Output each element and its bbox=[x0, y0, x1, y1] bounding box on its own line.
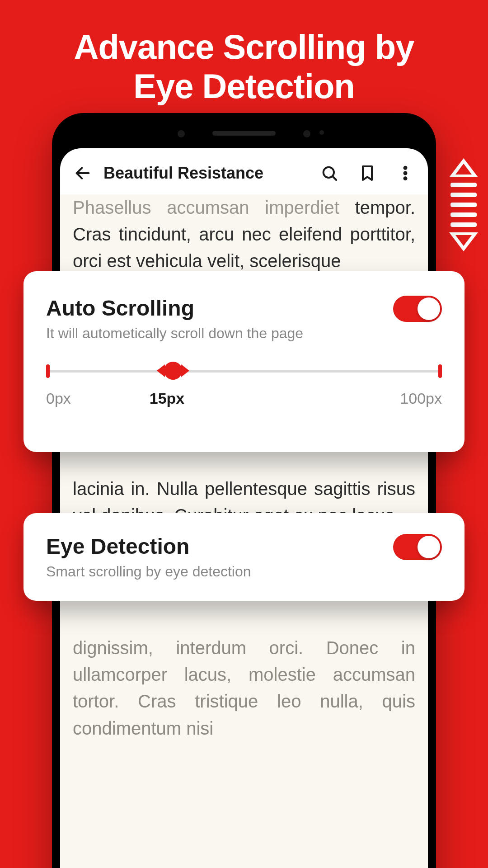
svg-point-4 bbox=[404, 171, 407, 175]
eye-detection-toggle[interactable] bbox=[393, 534, 442, 560]
scroll-speed-slider[interactable]: 0px 15px 100px bbox=[46, 370, 442, 407]
hero-title: Advance Scrolling by Eye Detection bbox=[0, 0, 488, 106]
screen: Beautiful Resistance Phasellus accumsan … bbox=[60, 148, 428, 868]
phone-mock: Beautiful Resistance Phasellus accumsan … bbox=[52, 113, 436, 868]
chevron-up-icon bbox=[449, 158, 478, 177]
auto-scrolling-title: Auto Scrolling bbox=[46, 296, 303, 321]
speaker-grill bbox=[212, 131, 276, 136]
hero-line1: Advance Scrolling by bbox=[74, 28, 414, 66]
auto-scrolling-desc: It will autometically scroll down the pa… bbox=[46, 325, 303, 342]
slider-min-label: 0px bbox=[46, 390, 71, 407]
scroll-indicator bbox=[449, 158, 478, 251]
bookmark-button[interactable] bbox=[358, 164, 376, 182]
slider-max-label: 100px bbox=[400, 390, 442, 407]
slider-value-label: 15px bbox=[150, 390, 185, 407]
page-title: Beautiful Resistance bbox=[103, 164, 309, 183]
app-bar: Beautiful Resistance bbox=[60, 148, 428, 194]
reader-text: Phasellus accumsan imperdiet bbox=[73, 198, 339, 217]
more-button[interactable] bbox=[396, 164, 414, 182]
eye-detection-card: Eye Detection Smart scrolling by eye det… bbox=[23, 513, 465, 601]
svg-point-5 bbox=[404, 177, 407, 180]
reader-text: dignissim, interdum orci. Donec in ullam… bbox=[73, 635, 415, 742]
auto-scrolling-toggle[interactable] bbox=[393, 296, 442, 322]
eye-detection-desc: Smart scrolling by eye detection bbox=[46, 563, 251, 580]
arrow-right-icon bbox=[181, 364, 189, 377]
back-button[interactable] bbox=[74, 164, 92, 182]
svg-line-2 bbox=[333, 176, 336, 180]
auto-scrolling-card: Auto Scrolling It will autometically scr… bbox=[23, 271, 465, 452]
svg-point-3 bbox=[404, 166, 407, 170]
eye-detection-title: Eye Detection bbox=[46, 534, 251, 559]
hero-line2: Eye Detection bbox=[133, 67, 355, 105]
slider-thumb[interactable] bbox=[157, 362, 189, 380]
chevron-down-icon bbox=[449, 232, 478, 251]
search-button[interactable] bbox=[320, 164, 338, 182]
